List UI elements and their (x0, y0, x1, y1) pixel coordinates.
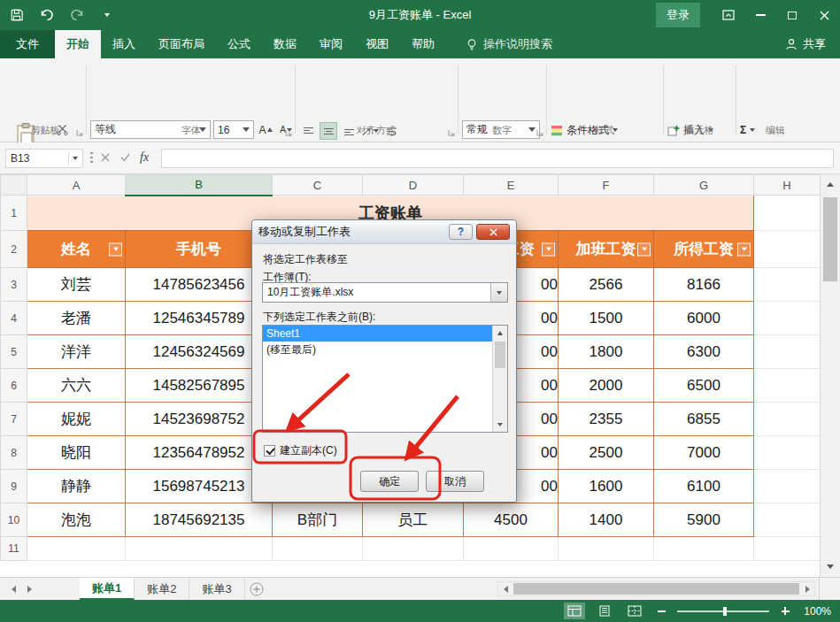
cell[interactable]: 6300 (654, 335, 754, 369)
cell[interactable] (754, 537, 821, 561)
share-button[interactable]: 共享 (785, 30, 840, 58)
create-copy-option[interactable]: 建立副本(C) (264, 443, 337, 458)
cell[interactable]: 1400 (559, 503, 654, 537)
table-header-cell[interactable]: 加班工资 (559, 231, 654, 268)
zoom-in-button[interactable] (778, 604, 792, 618)
cell[interactable]: 4500 (464, 503, 559, 537)
sheet-nav-right-icon[interactable] (21, 578, 37, 600)
tab-review[interactable]: 审阅 (308, 30, 354, 58)
scroll-up-icon[interactable] (821, 174, 840, 195)
tab-help[interactable]: 帮助 (400, 30, 446, 58)
cell[interactable]: 六六 (27, 369, 126, 403)
listbox-scroll-thumb[interactable] (495, 342, 505, 368)
cell[interactable]: 14582567895 (126, 369, 273, 403)
enter-icon[interactable] (120, 151, 130, 165)
cancel-button[interactable]: 取消 (426, 471, 484, 492)
maximize-button[interactable] (776, 0, 808, 30)
cell[interactable] (754, 302, 821, 335)
list-item-sheet1[interactable]: Sheet1 (263, 326, 492, 342)
cell[interactable]: 1600 (559, 470, 654, 503)
alignment-dialog-launcher-icon[interactable] (447, 128, 456, 137)
cell[interactable] (754, 369, 821, 403)
cell[interactable] (273, 537, 363, 561)
scroll-left-icon[interactable] (498, 582, 512, 595)
page-break-view-icon[interactable] (624, 603, 645, 619)
ok-button[interactable]: 确定 (360, 471, 419, 492)
workbook-dropdown[interactable]: 10月工资账单.xlsx (262, 282, 508, 303)
cell[interactable]: 2500 (559, 436, 654, 470)
cell[interactable]: 8166 (654, 268, 754, 302)
cell[interactable]: 员工 (363, 503, 464, 537)
cell[interactable] (754, 403, 821, 436)
tab-insert[interactable]: 插入 (101, 30, 147, 58)
cell[interactable]: 12356478952 (126, 436, 273, 470)
ribbon-display-options-icon[interactable] (713, 0, 744, 30)
minimize-button[interactable] (744, 0, 776, 30)
cell[interactable]: 1500 (559, 302, 654, 335)
table-header-cell[interactable]: 所得工资 (654, 231, 754, 268)
sheet-tab-2[interactable]: 账单2 (135, 578, 189, 600)
page-layout-view-icon[interactable] (594, 603, 615, 619)
cell[interactable]: 18745692135 (126, 503, 273, 537)
tab-page-layout[interactable]: 页面布局 (147, 30, 216, 58)
row-header-10[interactable]: 10 (1, 503, 27, 537)
listbox-scroll-down-icon[interactable] (493, 418, 507, 432)
cell[interactable]: 12456324569 (126, 335, 273, 369)
column-header-C[interactable]: C (273, 175, 363, 196)
cell[interactable]: 2355 (559, 403, 654, 436)
save-icon[interactable] (9, 7, 25, 23)
name-box[interactable]: B13 (5, 149, 83, 168)
column-header-A[interactable]: A (27, 175, 126, 196)
listbox-scrollbar[interactable] (492, 326, 507, 432)
horizontal-scroll-thumb[interactable] (513, 583, 799, 595)
redo-icon[interactable] (69, 7, 85, 23)
row-header-9[interactable]: 9 (1, 470, 27, 503)
zoom-slider-thumb[interactable] (723, 607, 727, 616)
insert-function-icon[interactable]: fx (140, 150, 149, 165)
cell[interactable] (126, 537, 273, 561)
cell[interactable] (464, 537, 559, 561)
close-button[interactable] (808, 0, 840, 30)
zoom-slider[interactable] (677, 604, 769, 618)
row-header-11[interactable]: 11 (1, 537, 27, 561)
cell[interactable]: 刘芸 (27, 268, 126, 302)
cell[interactable] (754, 503, 821, 537)
zoom-out-button[interactable] (654, 604, 668, 618)
cell[interactable]: 妮妮 (27, 403, 126, 436)
sign-in-button[interactable]: 登录 (656, 3, 700, 27)
row-header-5[interactable]: 5 (1, 335, 27, 369)
cell[interactable]: 洋洋 (27, 335, 126, 369)
row-header-3[interactable]: 3 (1, 268, 27, 302)
cell[interactable]: 14523698752 (126, 403, 273, 436)
cell[interactable] (363, 537, 464, 561)
cell[interactable]: 15698745213 (126, 470, 273, 503)
dialog-help-button[interactable]: ? (449, 224, 473, 240)
column-header-D[interactable]: D (363, 175, 464, 196)
filter-button[interactable] (737, 242, 751, 256)
sheet-tab-3[interactable]: 账单3 (189, 578, 244, 600)
cell[interactable] (754, 335, 821, 369)
filter-button[interactable] (542, 242, 555, 256)
cell[interactable]: 1800 (559, 335, 654, 369)
table-header-cell[interactable]: 姓名 (27, 231, 126, 268)
sheet-tab-1[interactable]: 账单1 (80, 578, 135, 600)
list-item-move-to-end[interactable]: (移至最后) (263, 342, 492, 357)
cell[interactable]: 6855 (654, 403, 754, 436)
cell[interactable]: 6500 (654, 369, 754, 403)
cell[interactable]: B部门 (273, 503, 363, 537)
font-dialog-launcher-icon[interactable] (284, 128, 293, 137)
clipboard-dialog-launcher-icon[interactable] (75, 128, 84, 137)
column-header-G[interactable]: G (654, 175, 754, 196)
column-header-B[interactable]: B (126, 175, 273, 196)
vertical-scroll-thumb[interactable] (823, 197, 837, 281)
cell[interactable] (559, 537, 654, 561)
scroll-right-icon[interactable] (800, 582, 814, 595)
sheet-nav-left-icon[interactable] (5, 578, 21, 600)
cell[interactable] (654, 537, 754, 561)
column-header-H[interactable]: H (754, 175, 821, 196)
dialog-title-bar[interactable]: 移动或复制工作表 ? (252, 220, 516, 244)
cell[interactable]: 7000 (654, 436, 754, 470)
filter-button[interactable] (109, 242, 122, 256)
cell[interactable]: 2000 (559, 369, 654, 403)
cell[interactable]: 静静 (27, 470, 126, 503)
